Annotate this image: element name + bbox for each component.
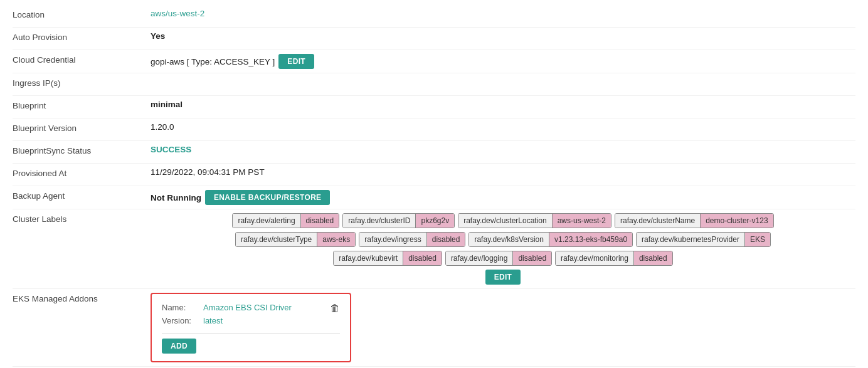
- eks-addons-label: EKS Managed Addons: [13, 293, 151, 303]
- blueprint-version-label: Blueprint Version: [13, 122, 151, 133]
- provisioned-at-label: Provisioned At: [13, 167, 151, 178]
- tag-cluster-name: rafay.dev/clusterName demo-cluster-v123: [615, 213, 774, 228]
- tag-cluster-location: rafay.dev/clusterLocation aws-us-west-2: [458, 213, 611, 228]
- blueprint-version-text: 1.20.0: [151, 122, 174, 132]
- cloud-credential-row: Cloud Credential gopi-aws [ Type: ACCESS…: [13, 50, 855, 73]
- blueprint-sync-value: SUCCESS: [151, 145, 855, 154]
- addon-version-label: Version:: [162, 315, 199, 328]
- provisioned-at-value: 11/29/2022, 09:04:31 PM PST: [151, 167, 855, 177]
- location-row: Location aws/us-west-2: [13, 5, 855, 28]
- provisioned-at-text: 11/29/2022, 09:04:31 PM PST: [151, 167, 265, 177]
- tag-cluster-type: rafay.dev/clusterType aws-eks: [235, 232, 356, 247]
- cluster-labels-edit-button[interactable]: EDIT: [485, 270, 521, 285]
- blueprint-sync-row: BlueprintSync Status SUCCESS: [13, 141, 855, 164]
- addon-name-label: Name:: [162, 302, 199, 315]
- cluster-labels-row: Cluster Labels rafay.dev/alerting disabl…: [13, 209, 855, 289]
- blueprint-version-row: Blueprint Version 1.20.0: [13, 118, 855, 141]
- tag-k8s-version: rafay.dev/k8sVersion v1.23.13-eks-fb459a…: [468, 232, 633, 247]
- cluster-labels-row-2: rafay.dev/clusterType aws-eks rafay.dev/…: [235, 232, 771, 247]
- location-link[interactable]: aws/us-west-2: [151, 9, 204, 18]
- eks-addons-row: EKS Managed Addons Name: Amazon EBS CSI …: [13, 289, 855, 367]
- ingress-ips-row: Ingress IP(s): [13, 73, 855, 96]
- backup-agent-label: Backup Agent: [13, 190, 151, 201]
- tag-cluster-id: rafay.dev/clusterID pkz6g2v: [342, 213, 455, 228]
- blueprint-value: minimal: [151, 100, 855, 109]
- backup-agent-row: Backup Agent Not Running ENABLE BACKUP/R…: [13, 186, 855, 209]
- blueprint-row: Blueprint minimal: [13, 96, 855, 118]
- blueprint-sync-text: SUCCESS: [151, 145, 191, 154]
- blueprint-version-value: 1.20.0: [151, 122, 855, 132]
- delete-addon-icon[interactable]: 🗑: [330, 303, 340, 314]
- addon-info: Name: Amazon EBS CSI Driver Version: lat…: [162, 302, 292, 328]
- cluster-labels-row-1: rafay.dev/alerting disabled rafay.dev/cl…: [232, 213, 773, 228]
- tag-logging: rafay.dev/logging disabled: [445, 251, 552, 266]
- cluster-labels-row-3: rafay.dev/kubevirt disabled rafay.dev/lo…: [333, 251, 672, 266]
- cluster-labels-value: rafay.dev/alerting disabled rafay.dev/cl…: [151, 213, 855, 285]
- cloud-credential-text: gopi-aws [ Type: ACCESS_KEY ]: [151, 57, 275, 66]
- auto-provision-value: Yes: [151, 31, 855, 41]
- addon-card-header: Name: Amazon EBS CSI Driver Version: lat…: [162, 302, 340, 328]
- ingress-ips-label: Ingress IP(s): [13, 77, 151, 88]
- location-label: Location: [13, 9, 151, 19]
- cloud-credential-value: gopi-aws [ Type: ACCESS_KEY ] EDIT: [151, 54, 855, 69]
- addon-name-value: Amazon EBS CSI Driver: [203, 302, 292, 315]
- tag-ingress: rafay.dev/ingress disabled: [359, 232, 465, 247]
- blueprint-sync-label: BlueprintSync Status: [13, 145, 151, 155]
- addon-version-row: Version: latest: [162, 315, 292, 328]
- addon-name-row: Name: Amazon EBS CSI Driver: [162, 302, 292, 315]
- cluster-labels-edit-container: EDIT: [485, 270, 521, 285]
- tag-kubevirt: rafay.dev/kubevirt disabled: [333, 251, 442, 266]
- page-container: Location aws/us-west-2 Auto Provision Ye…: [0, 0, 868, 368]
- cloud-credential-edit-button[interactable]: EDIT: [278, 54, 314, 69]
- add-addon-button[interactable]: ADD: [162, 339, 196, 354]
- blueprint-text: minimal: [151, 100, 183, 109]
- addon-card: Name: Amazon EBS CSI Driver Version: lat…: [151, 293, 351, 362]
- backup-agent-value: Not Running ENABLE BACKUP/RESTORE: [151, 190, 855, 205]
- auto-provision-label: Auto Provision: [13, 31, 151, 42]
- tag-monitoring: rafay.dev/monitoring disabled: [555, 251, 673, 266]
- location-value: aws/us-west-2: [151, 9, 855, 18]
- backup-agent-status: Not Running: [151, 193, 201, 202]
- cloud-credential-label: Cloud Credential: [13, 54, 151, 65]
- provisioned-at-row: Provisioned At 11/29/2022, 09:04:31 PM P…: [13, 164, 855, 186]
- cluster-labels-label: Cluster Labels: [13, 213, 151, 224]
- enable-backup-button[interactable]: ENABLE BACKUP/RESTORE: [205, 190, 330, 205]
- eks-addons-value: Name: Amazon EBS CSI Driver Version: lat…: [151, 293, 855, 362]
- tag-kubernetes-provider: rafay.dev/kubernetesProvider EKS: [636, 232, 771, 247]
- tag-alerting: rafay.dev/alerting disabled: [232, 213, 339, 228]
- addon-version-value: latest: [203, 315, 223, 328]
- auto-provision-text: Yes: [151, 31, 165, 41]
- addon-divider: [162, 333, 340, 334]
- blueprint-label: Blueprint: [13, 100, 151, 110]
- auto-provision-row: Auto Provision Yes: [13, 28, 855, 50]
